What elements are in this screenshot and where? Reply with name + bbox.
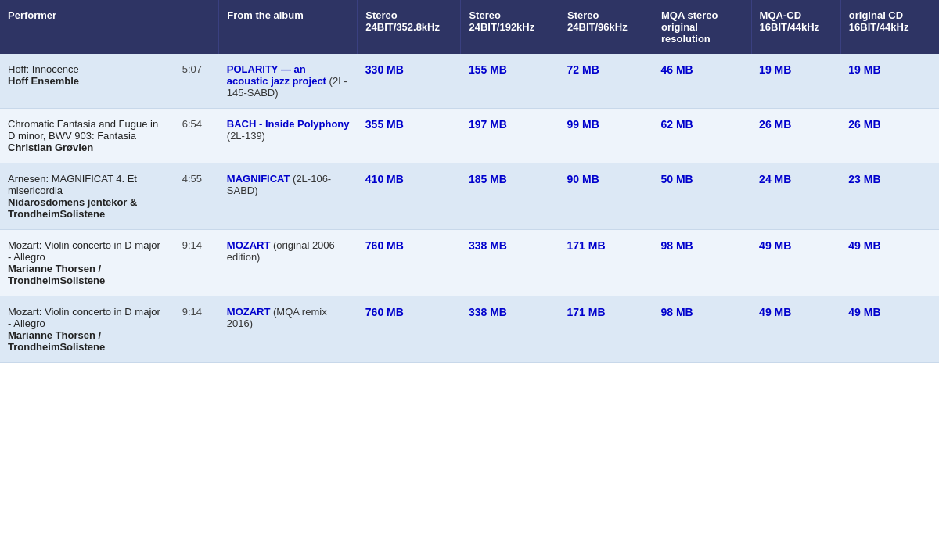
album-sub: (2L-139) — [227, 130, 265, 142]
album-cell[interactable]: BACH - Inside Polyphony (2L-139) — [219, 109, 358, 163]
performer-title: Mozart: Violin concerto in D major - All… — [8, 239, 160, 263]
performer-title: Chromatic Fantasia and Fugue in D minor,… — [8, 118, 158, 142]
header-mqa-stereo: MQA stereo original resolution — [653, 0, 751, 54]
stereo-352-size: 760 MB — [358, 230, 461, 296]
header-row: Performer From the album Stereo 24BIT/35… — [0, 0, 939, 54]
album-cell[interactable]: POLARITY — an acoustic jazz project (2L-… — [219, 54, 358, 109]
header-stereo-96: Stereo 24BIT/96kHz — [559, 0, 653, 54]
performer-cell: Mozart: Violin concerto in D major - All… — [0, 296, 174, 363]
mqacd-size: 26 MB — [751, 109, 840, 163]
stereo-192-size: 197 MB — [461, 109, 559, 163]
main-table: Performer From the album Stereo 24BIT/35… — [0, 0, 939, 363]
stereo-352-size: 410 MB — [358, 163, 461, 230]
performer-cell: Chromatic Fantasia and Fugue in D minor,… — [0, 109, 174, 163]
table-row: Hoff: InnocenceHoff Ensemble5:07POLARITY… — [0, 54, 939, 109]
header-stereo-352: Stereo 24BIT/352.8kHz — [358, 0, 461, 54]
performer-cell: Mozart: Violin concerto in D major - All… — [0, 230, 174, 296]
stereo-192-size: 338 MB — [461, 230, 559, 296]
performer-name: Hoff Ensemble — [8, 75, 167, 87]
album-link[interactable]: BACH - Inside Polyphony — [227, 118, 350, 130]
table-row: Arnesen: MAGNIFICAT 4. Et misericordiaNi… — [0, 163, 939, 230]
mqa-size: 98 MB — [653, 230, 751, 296]
duration-cell: 4:55 — [174, 163, 219, 230]
header-duration — [174, 0, 219, 54]
stereo-352-size: 330 MB — [358, 54, 461, 109]
performer-cell: Hoff: InnocenceHoff Ensemble — [0, 54, 174, 109]
mqacd-size: 49 MB — [751, 230, 840, 296]
table-row: Mozart: Violin concerto in D major - All… — [0, 230, 939, 296]
mqa-size: 98 MB — [653, 296, 751, 363]
origcd-size: 23 MB — [840, 163, 939, 230]
header-performer: Performer — [0, 0, 174, 54]
mqacd-size: 24 MB — [751, 163, 840, 230]
stereo-96-size: 171 MB — [559, 296, 653, 363]
performer-title: Mozart: Violin concerto in D major - All… — [8, 306, 160, 329]
album-link[interactable]: MOZART — [227, 306, 271, 318]
origcd-size: 19 MB — [840, 54, 939, 109]
album-link[interactable]: POLARITY — an acoustic jazz project — [227, 63, 326, 87]
duration-cell: 9:14 — [174, 230, 219, 296]
performer-name: Marianne Thorsen / TrondheimSolistene — [8, 263, 167, 286]
header-mqa-cd: MQA-CD 16BIT/44kHz — [751, 0, 840, 54]
performer-cell: Arnesen: MAGNIFICAT 4. Et misericordiaNi… — [0, 163, 174, 230]
stereo-96-size: 90 MB — [559, 163, 653, 230]
stereo-96-size: 99 MB — [559, 109, 653, 163]
album-cell[interactable]: MOZART (original 2006 edition) — [219, 230, 358, 296]
performer-name: Christian Grøvlen — [8, 142, 167, 153]
stereo-192-size: 155 MB — [461, 54, 559, 109]
origcd-size: 49 MB — [840, 296, 939, 363]
header-album: From the album — [219, 0, 358, 54]
origcd-size: 49 MB — [840, 230, 939, 296]
table-row: Mozart: Violin concerto in D major - All… — [0, 296, 939, 363]
performer-name: Nidarosdomens jentekor & TrondheimSolist… — [8, 196, 167, 220]
performer-title: Hoff: Innocence — [8, 63, 79, 75]
duration-cell: 5:07 — [174, 54, 219, 109]
stereo-96-size: 171 MB — [559, 230, 653, 296]
mqa-size: 50 MB — [653, 163, 751, 230]
mqacd-size: 19 MB — [751, 54, 840, 109]
stereo-352-size: 760 MB — [358, 296, 461, 363]
duration-cell: 9:14 — [174, 296, 219, 363]
stereo-192-size: 338 MB — [461, 296, 559, 363]
origcd-size: 26 MB — [840, 109, 939, 163]
stereo-96-size: 72 MB — [559, 54, 653, 109]
album-link[interactable]: MOZART — [227, 239, 271, 251]
header-original-cd: original CD 16BIT/44kHz — [840, 0, 939, 54]
album-cell[interactable]: MAGNIFICAT (2L-106-SABD) — [219, 163, 358, 230]
stereo-192-size: 185 MB — [461, 163, 559, 230]
performer-name: Marianne Thorsen / TrondheimSolistene — [8, 329, 167, 353]
mqacd-size: 49 MB — [751, 296, 840, 363]
mqa-size: 46 MB — [653, 54, 751, 109]
table-row: Chromatic Fantasia and Fugue in D minor,… — [0, 109, 939, 163]
performer-title: Arnesen: MAGNIFICAT 4. Et misericordia — [8, 173, 137, 196]
album-cell[interactable]: MOZART (MQA remix 2016) — [219, 296, 358, 363]
album-link[interactable]: MAGNIFICAT — [227, 173, 290, 185]
duration-cell: 6:54 — [174, 109, 219, 163]
header-stereo-192: Stereo 24BIT/192kHz — [461, 0, 559, 54]
stereo-352-size: 355 MB — [358, 109, 461, 163]
mqa-size: 62 MB — [653, 109, 751, 163]
